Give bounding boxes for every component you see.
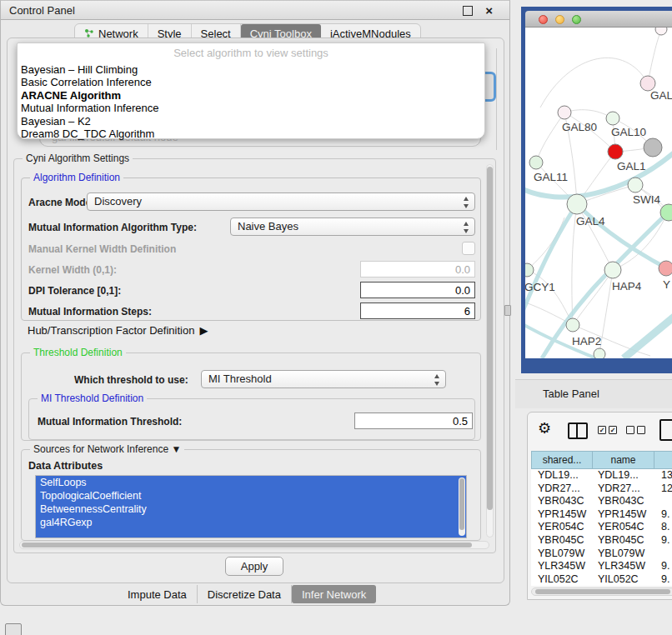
network-node-swi4[interactable]	[628, 178, 643, 192]
which-threshold-combo[interactable]: MI Threshold	[201, 370, 446, 388]
network-node-gal80[interactable]	[558, 106, 571, 119]
tab-infer-network[interactable]: Infer Network	[292, 585, 376, 603]
kernel-width-field[interactable]: 0.0	[360, 261, 475, 278]
minimized-panel-icon[interactable]	[5, 623, 22, 635]
network-node-label: GAL10	[611, 126, 646, 138]
cell-name: YBR043C	[598, 495, 644, 508]
data-attributes-list[interactable]: SelfLoops TopologicalCoefficient Between…	[35, 475, 467, 538]
attribute-item[interactable]: BetweennessCentrality	[36, 502, 466, 516]
network-node-gal11[interactable]	[529, 156, 543, 169]
network-node-gal4[interactable]	[567, 194, 587, 214]
tab-impute-data[interactable]: Impute Data	[118, 585, 198, 603]
control-panel-titlebar: Control Panel ×	[1, 1, 509, 20]
stepper-icon	[464, 222, 469, 233]
column-header-shared[interactable]: shared...	[531, 451, 593, 469]
cell-shared: YPR145W	[538, 508, 586, 522]
algorithm-option[interactable]: Mutual Information Inference	[18, 102, 484, 114]
table-panel-title: Table Panel	[543, 380, 599, 408]
table-row[interactable]: YIL052CYIL052C9.	[531, 573, 672, 586]
gear-icon[interactable]: ⚙	[538, 419, 551, 438]
algorithm-option[interactable]: Dream8 DC_TDC Algorithm	[18, 128, 484, 140]
table-row[interactable]: YPR145WYPR145W9.	[531, 508, 672, 522]
select-all-checkboxes-icon[interactable]: ✓✓	[598, 426, 617, 434]
manual-kernel-checkbox[interactable]	[462, 242, 475, 255]
mi-threshold-field[interactable]: 0.5	[354, 412, 473, 429]
splitter-grip[interactable]	[504, 305, 511, 316]
table-options-icon[interactable]	[659, 419, 672, 441]
group-title: Algorithm Definition	[30, 172, 123, 183]
table-row[interactable]: YLR345WYLR345W9.	[531, 560, 672, 573]
attribute-item[interactable]: SelfLoops	[36, 476, 466, 489]
algorithm-option-selected[interactable]: ARACNE Algorithm	[18, 89, 484, 102]
network-node-label: GAL1	[617, 160, 646, 172]
network-node-label: HAP2	[572, 335, 601, 348]
tab-discretize-data[interactable]: Discretize Data	[198, 585, 292, 603]
algorithm-dropdown-popup: Select algorithm to view settings Bayesi…	[17, 42, 485, 139]
apply-button[interactable]: Apply	[225, 557, 283, 576]
attribute-item[interactable]: TopologicalCoefficient	[36, 489, 466, 502]
horizontal-scrollbar[interactable]	[19, 541, 489, 549]
float-window-icon[interactable]	[463, 6, 473, 16]
network-canvas[interactable]: GALGAL80GAL10GAL1GAL11SWI4GAL4GCY1HAP4YH…	[525, 28, 672, 358]
column-header-name[interactable]: name	[593, 451, 654, 469]
network-node-gal1[interactable]	[608, 144, 623, 159]
vertical-scrollbar[interactable]	[486, 164, 494, 538]
network-node[interactable]	[594, 348, 605, 358]
attribute-item[interactable]: gal4RGexp	[36, 516, 466, 529]
deselect-checkboxes-icon[interactable]	[626, 426, 645, 434]
network-node[interactable]	[655, 28, 667, 35]
cell-value: 13	[661, 469, 672, 482]
algorithm-option[interactable]: Bayesian – K2	[18, 115, 484, 128]
stepper-icon	[464, 197, 469, 208]
group-title: Cyni Algorithm Settings	[23, 152, 133, 164]
table-row[interactable]: YDL19...YDL19...13	[531, 469, 672, 482]
checked-box-icon: ✓	[598, 426, 606, 434]
algorithm-option[interactable]: Basic Correlation Inference	[18, 76, 484, 88]
dpi-tolerance-field[interactable]: 0.0	[360, 282, 475, 298]
scrollbar-thumb[interactable]	[535, 589, 670, 594]
network-graph: GALGAL80GAL10GAL1GAL11SWI4GAL4GCY1HAP4YH…	[525, 28, 672, 358]
threshold-definition-group: Threshold Definition Which threshold to …	[21, 352, 481, 441]
algorithm-definition-group: Algorithm Definition Aracne Mode: Discov…	[21, 178, 481, 321]
cell-value: 9.	[661, 573, 669, 586]
horizontal-scrollbar[interactable]	[531, 588, 672, 596]
table-panel: ⚙ ✓✓ shared... name YDL19...YDL19...13 Y…	[527, 412, 672, 600]
list-vertical-scrollbar[interactable]	[459, 478, 465, 536]
network-node-hap4[interactable]	[604, 262, 621, 278]
scrollbar-thumb[interactable]	[487, 167, 493, 510]
split-columns-icon[interactable]	[568, 422, 588, 439]
mi-steps-label: Mutual Information Steps:	[28, 306, 152, 318]
group-title: Sources for Network Inference ▼	[30, 443, 184, 455]
scrollbar-thumb[interactable]	[22, 542, 472, 548]
which-threshold-label: Which threshold to use:	[74, 374, 188, 386]
network-window-titlebar[interactable]	[525, 11, 672, 28]
mi-steps-field[interactable]: 6	[360, 302, 475, 319]
table-row[interactable]: YBR045CYBR045C9.	[531, 534, 672, 548]
table-row[interactable]: YDR27...YDR27...12	[531, 482, 672, 496]
table-row[interactable]: YBR043CYBR043C	[531, 495, 672, 508]
cell-shared: YDL19...	[538, 469, 579, 482]
close-traffic-light[interactable]	[539, 15, 548, 24]
hub-definition-expander[interactable]: Hub/Transcription Factor Definition▶	[28, 324, 208, 337]
network-node-y[interactable]	[659, 261, 672, 276]
aracne-mode-combo[interactable]: Discovery	[87, 192, 475, 211]
chevron-down-icon[interactable]: ▼	[171, 443, 181, 455]
cell-value: 9.	[661, 534, 669, 548]
network-node-hap2[interactable]	[566, 318, 579, 332]
bottom-tab-bar: Impute Data Discretize Data Infer Networ…	[118, 585, 376, 603]
algorithm-option[interactable]: Bayesian – Hill Climbing	[18, 63, 484, 76]
table-row[interactable]: YBL079WYBL079W	[531, 548, 672, 561]
minimize-traffic-light[interactable]	[555, 15, 564, 24]
cell-shared: YBR045C	[538, 534, 584, 548]
mi-algorithm-type-combo[interactable]: Naive Bayes	[230, 218, 475, 236]
scrollbar-thumb[interactable]	[459, 478, 464, 530]
column-header-extra[interactable]	[654, 451, 672, 469]
close-icon[interactable]: ×	[485, 2, 493, 19]
network-node[interactable]	[644, 138, 662, 157]
network-node-gal10[interactable]	[606, 112, 619, 125]
dpi-tolerance-label: DPI Tolerance [0,1]:	[28, 285, 121, 297]
network-node-label: GAL80	[562, 121, 597, 133]
table-row[interactable]: YER054CYER054C8.	[531, 521, 672, 534]
cell-name: YLR345W	[598, 560, 645, 573]
zoom-traffic-light[interactable]	[572, 15, 581, 24]
